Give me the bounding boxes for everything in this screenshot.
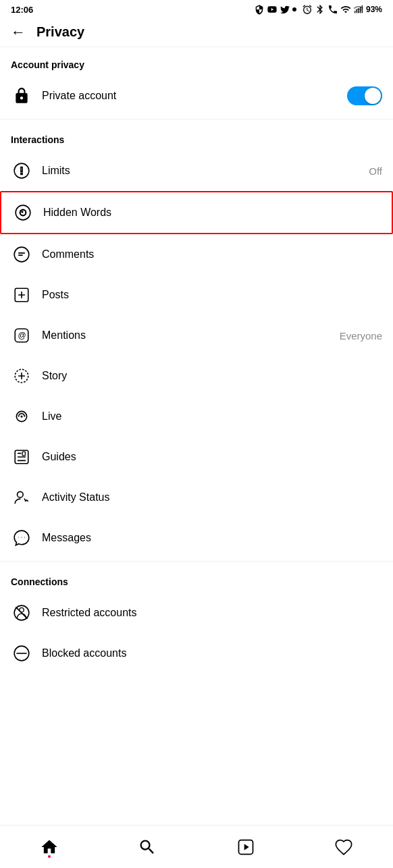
status-notification-icons xyxy=(254,4,296,15)
svg-point-28 xyxy=(20,607,24,612)
nav-home[interactable] xyxy=(29,831,70,863)
signal-icon xyxy=(353,4,364,15)
search-icon xyxy=(138,838,157,857)
live-label: Live xyxy=(42,410,382,423)
hidden-words-item[interactable]: Hidden Words xyxy=(0,191,393,234)
nav-search[interactable] xyxy=(127,831,167,863)
battery-text: 93% xyxy=(366,5,382,14)
dot-icon xyxy=(292,7,296,11)
story-icon xyxy=(11,365,32,387)
section-interactions-label: Interactions xyxy=(0,122,393,151)
heart-icon xyxy=(334,838,353,857)
home-icon xyxy=(40,838,59,857)
yt-icon xyxy=(267,4,278,15)
status-right-icons: 93% xyxy=(254,4,382,15)
eye-icon xyxy=(12,202,34,223)
private-account-item[interactable]: Private account xyxy=(0,76,393,116)
home-dot xyxy=(48,855,51,858)
status-system-icons: 93% xyxy=(302,4,382,15)
live-icon xyxy=(11,406,32,427)
blocked-accounts-label: Blocked accounts xyxy=(42,647,382,659)
mentions-icon: @ xyxy=(11,325,32,346)
private-account-toggle[interactable] xyxy=(347,86,382,105)
call-icon xyxy=(328,4,338,15)
messages-item[interactable]: Messages xyxy=(0,518,393,558)
svg-rect-3 xyxy=(358,8,359,13)
header: ← Privacy xyxy=(0,18,393,47)
page-title: Privacy xyxy=(36,24,84,40)
section-connections-label: Connections xyxy=(0,564,393,593)
svg-rect-5 xyxy=(362,5,363,13)
comments-label: Comments xyxy=(42,248,382,261)
status-bar: 12:06 93% xyxy=(0,0,393,18)
svg-rect-24 xyxy=(22,452,25,455)
mentions-item[interactable]: @ Mentions Everyone xyxy=(0,315,393,356)
posts-label: Posts xyxy=(42,289,382,301)
hidden-words-label: Hidden Words xyxy=(43,207,381,219)
activity-status-item[interactable]: Activity Status xyxy=(0,477,393,518)
shield-icon xyxy=(254,4,265,15)
limits-value: Off xyxy=(369,165,382,177)
svg-rect-2 xyxy=(357,9,357,13)
nav-reels[interactable] xyxy=(226,831,266,863)
activity-icon xyxy=(11,487,32,508)
guides-icon xyxy=(11,446,32,468)
wifi-icon xyxy=(340,4,351,15)
limits-item[interactable]: Limits Off xyxy=(0,151,393,191)
limits-label: Limits xyxy=(42,165,369,177)
posts-item[interactable]: Posts xyxy=(0,275,393,315)
activity-status-label: Activity Status xyxy=(42,491,382,504)
restricted-accounts-item[interactable]: Restricted accounts xyxy=(0,593,393,633)
comments-item[interactable]: Comments xyxy=(0,234,393,275)
bottom-nav xyxy=(0,825,393,868)
lock-icon xyxy=(11,85,32,107)
live-item[interactable]: Live xyxy=(0,396,393,437)
restricted-accounts-label: Restricted accounts xyxy=(42,607,382,619)
limits-icon xyxy=(11,160,32,182)
section-account-privacy-label: Account privacy xyxy=(0,47,393,76)
reels-icon xyxy=(236,838,255,857)
back-button[interactable]: ← xyxy=(11,25,26,40)
alarm-icon xyxy=(302,4,313,15)
private-account-label: Private account xyxy=(42,90,347,102)
story-label: Story xyxy=(42,370,382,382)
svg-point-10 xyxy=(14,247,29,262)
mentions-value: Everyone xyxy=(340,330,382,342)
restricted-icon xyxy=(11,602,32,624)
status-time: 12:06 xyxy=(11,5,33,15)
svg-point-25 xyxy=(18,491,24,497)
blocked-accounts-item[interactable]: Blocked accounts xyxy=(0,633,393,674)
messages-icon xyxy=(11,527,32,549)
divider-2 xyxy=(0,561,393,562)
main-content: Account privacy Private account Interact… xyxy=(0,47,393,728)
svg-point-19 xyxy=(20,415,22,417)
comment-icon xyxy=(11,244,32,265)
nav-activity[interactable] xyxy=(323,831,364,863)
mentions-label: Mentions xyxy=(42,329,340,342)
svg-rect-4 xyxy=(360,7,361,13)
messages-label: Messages xyxy=(42,532,382,544)
twitter-icon xyxy=(280,4,290,15)
blocked-icon xyxy=(11,643,32,664)
svg-marker-32 xyxy=(244,844,248,850)
svg-rect-1 xyxy=(355,11,355,13)
bluetooth-icon xyxy=(315,4,325,15)
story-item[interactable]: Story xyxy=(0,356,393,396)
svg-point-0 xyxy=(292,7,296,11)
guides-label: Guides xyxy=(42,451,382,463)
svg-text:@: @ xyxy=(18,331,26,340)
svg-point-9 xyxy=(21,211,23,213)
guides-item[interactable]: Guides xyxy=(0,437,393,477)
divider-1 xyxy=(0,119,393,119)
posts-icon xyxy=(11,284,32,306)
